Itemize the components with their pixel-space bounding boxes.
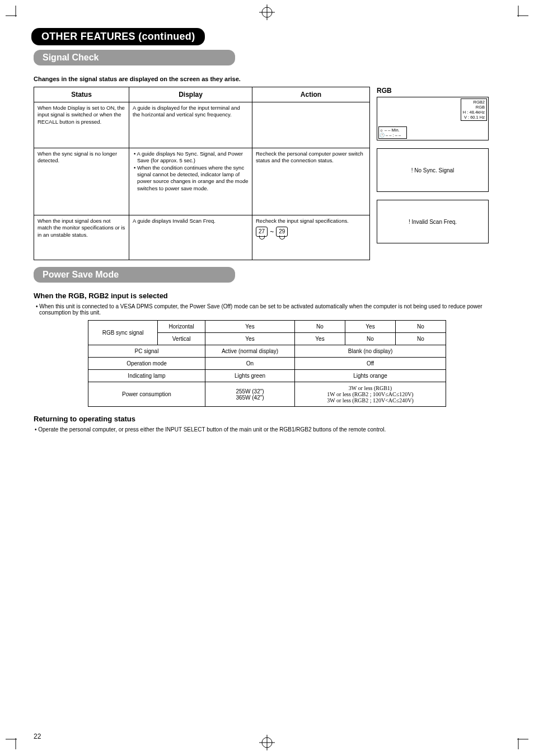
cell-yes-4: Yes	[295, 333, 345, 345]
ps-note: • When this unit is connected to a VESA …	[39, 303, 500, 316]
ps-subheading: When the RGB, RGB2 input is selected	[34, 292, 500, 300]
row3-action: Recheck the input signal specifications.…	[252, 215, 370, 260]
screen-preview-2: ! No Sync. Signal	[377, 148, 489, 192]
crop-mark-br	[512, 732, 528, 750]
power-cons-label: Power consumption	[88, 382, 205, 407]
ret-heading: Returning to operating status	[34, 415, 500, 423]
rgb-label: RGB	[377, 87, 489, 95]
osd-timer-box: ☼ – – Min. 🕐 – – : – –	[378, 126, 407, 139]
cell-yes-3: Yes	[205, 333, 295, 345]
row3-status: When the input signal does not match the…	[34, 215, 129, 260]
reg-mark-bottom	[259, 735, 275, 752]
crop-mark-tl	[6, 6, 22, 24]
watts-cell: 255W (32") 365W (42")	[205, 382, 295, 407]
signal-subtext: Changes in the signal status are display…	[34, 76, 500, 82]
cell-no-1: No	[295, 321, 345, 333]
screen-preview-3: ! Invalid Scan Freq.	[377, 200, 489, 243]
active-display: Active (normal display)	[205, 345, 295, 358]
on-cell: On	[205, 358, 295, 370]
row2-action: Recheck the personal computer power swit…	[252, 148, 370, 215]
page-ref-27: 27	[256, 227, 268, 237]
power-save-table: RGB sync signal Horizontal Yes No Yes No…	[88, 320, 446, 407]
vert-label: Vertical	[158, 333, 205, 345]
row2-display: • A guide displays No Sync. Signal, and …	[129, 148, 252, 215]
rgb-sync-label: RGB sync signal	[88, 321, 158, 345]
osd-info-box: RGB2 RGB H : 48.4kHz V : 60.1 Hz	[461, 98, 487, 121]
cell-no-3: No	[345, 333, 396, 345]
status-table: Status Display Action When Mode Display …	[34, 87, 370, 260]
screen-preview-1: RGB2 RGB H : 48.4kHz V : 60.1 Hz ☼ – – M…	[377, 97, 489, 140]
off-cell: Off	[295, 358, 446, 370]
row1-display: A guide is displayed for the input termi…	[129, 102, 252, 148]
section-signal-check: Signal Check	[34, 50, 235, 65]
row2-status: When the sync signal is no longer detect…	[34, 148, 129, 215]
row3-display: A guide displays Invalid Scan Freq.	[129, 215, 252, 260]
row1-action	[252, 102, 370, 148]
no-sync-text: ! No Sync. Signal	[411, 167, 455, 173]
th-action: Action	[252, 87, 370, 102]
pc-signal-label: PC signal	[88, 345, 205, 358]
invalid-scan-text: ! Invalid Scan Freq.	[409, 219, 457, 225]
cell-yes-1: Yes	[205, 321, 295, 333]
reg-mark-top	[259, 4, 275, 21]
th-display: Display	[129, 87, 252, 102]
cell-no-4: No	[396, 333, 446, 345]
ret-note: • Operate the personal computer, or pres…	[35, 426, 500, 433]
tilde: ~	[270, 228, 274, 237]
crop-mark-bl	[6, 732, 22, 750]
cell-yes-2: Yes	[345, 321, 396, 333]
ind-lamp-label: Indicating lamp	[88, 370, 205, 382]
crop-mark-tr	[512, 6, 528, 24]
page-ref-29: 29	[276, 227, 288, 237]
section-power-save: Power Save Mode	[34, 267, 235, 283]
cell-no-2: No	[396, 321, 446, 333]
page-number: 22	[34, 732, 41, 740]
blank-display: Blank (no display)	[295, 345, 446, 358]
op-mode-label: Operation mode	[88, 358, 205, 370]
low-power-cell: 3W or less (RGB1) 1W or less (RGB2 ; 100…	[295, 382, 446, 407]
lights-orange: Lights orange	[295, 370, 446, 382]
lights-green: Lights green	[205, 370, 295, 382]
page-title: OTHER FEATURES (continued)	[31, 28, 205, 45]
th-status: Status	[34, 87, 129, 102]
row1-status: When Mode Display is set to ON, the inpu…	[34, 102, 129, 148]
horiz-label: Horizontal	[158, 321, 205, 333]
